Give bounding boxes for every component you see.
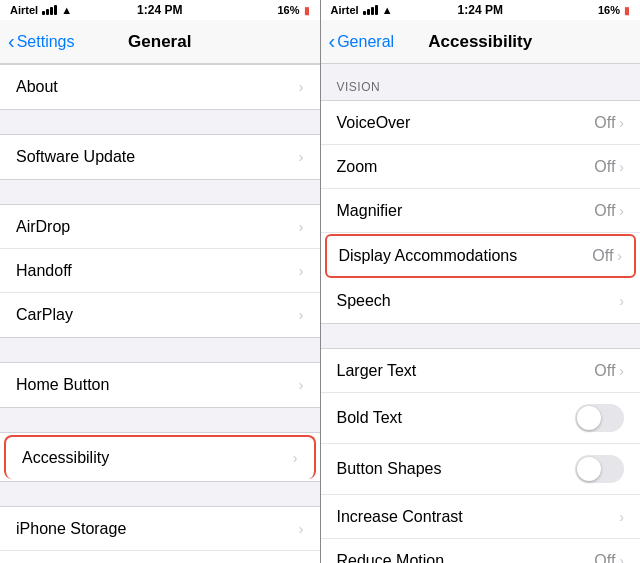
item-right-magnifier: Off › xyxy=(594,202,624,220)
time-right: 1:24 PM xyxy=(458,3,503,17)
item-right-about: › xyxy=(299,79,304,95)
vision-header: VISION xyxy=(321,64,641,100)
item-right-reduce-motion: Off › xyxy=(594,552,624,564)
status-left-right: Airtel ▲ xyxy=(331,4,393,16)
toggle-button-shapes[interactable] xyxy=(575,455,624,483)
chevron-increase-contrast: › xyxy=(619,509,624,525)
battery-icon-right: ▮ xyxy=(624,5,630,16)
item-label-accessibility: Accessibility xyxy=(22,449,109,467)
signal-bars xyxy=(42,5,57,15)
group-airdrop: AirDrop › Handoff › CarPlay › xyxy=(0,204,320,338)
item-label-larger-text: Larger Text xyxy=(337,362,417,380)
item-right-airdrop: › xyxy=(299,219,304,235)
list-item-background-refresh[interactable]: Background App Refresh › xyxy=(0,551,320,563)
item-label-iphone-storage: iPhone Storage xyxy=(16,520,126,538)
chevron-handoff: › xyxy=(299,263,304,279)
signal-bar-r1 xyxy=(363,11,366,15)
item-right-larger-text: Off › xyxy=(594,362,624,380)
list-item-handoff[interactable]: Handoff › xyxy=(0,249,320,293)
list-item-zoom[interactable]: Zoom Off › xyxy=(321,145,641,189)
item-label-airdrop: AirDrop xyxy=(16,218,70,236)
list-item-magnifier[interactable]: Magnifier Off › xyxy=(321,189,641,233)
back-arrow-right: ‹ xyxy=(329,30,336,53)
list-item-bold-text[interactable]: Bold Text xyxy=(321,393,641,444)
spacer-1 xyxy=(0,110,320,134)
item-right-handoff: › xyxy=(299,263,304,279)
interaction-section: Larger Text Off › Bold Text Button xyxy=(321,348,641,563)
spacer-2 xyxy=(0,180,320,204)
item-right-home: › xyxy=(299,377,304,393)
spacer-3 xyxy=(0,338,320,362)
chevron-display: › xyxy=(617,248,622,264)
list-item-airdrop[interactable]: AirDrop › xyxy=(0,205,320,249)
page-title-left: General xyxy=(128,32,191,52)
list-item-display-accommodations[interactable]: Display Accommodations Off › xyxy=(325,234,637,278)
chevron-about: › xyxy=(299,79,304,95)
right-content: VISION VoiceOver Off › Zoom Off › xyxy=(321,64,641,563)
list-item-speech[interactable]: Speech › xyxy=(321,279,641,323)
interaction-group: Larger Text Off › Bold Text Button xyxy=(321,348,641,563)
signal-bar-r3 xyxy=(371,7,374,15)
nav-bar-right: ‹ General Accessibility xyxy=(321,20,641,64)
item-value-larger-text: Off xyxy=(594,362,615,380)
list-item-carplay[interactable]: CarPlay › xyxy=(0,293,320,337)
item-label-voiceover: VoiceOver xyxy=(337,114,411,132)
item-label-handoff: Handoff xyxy=(16,262,72,280)
page-title-right: Accessibility xyxy=(428,32,532,52)
item-label-carplay: CarPlay xyxy=(16,306,73,324)
wifi-icon-right: ▲ xyxy=(382,4,393,16)
chevron-reduce-motion: › xyxy=(619,553,624,564)
list-item-increase-contrast[interactable]: Increase Contrast › xyxy=(321,495,641,539)
item-right-bold-text xyxy=(575,404,624,432)
item-value-zoom: Off xyxy=(594,158,615,176)
toggle-knob-bold xyxy=(577,406,601,430)
item-right-speech: › xyxy=(619,293,624,309)
item-label-software-update: Software Update xyxy=(16,148,135,166)
item-right-zoom: Off › xyxy=(594,158,624,176)
item-right-accessibility: › xyxy=(293,450,298,466)
item-right-software: › xyxy=(299,149,304,165)
signal-bar-3 xyxy=(50,7,53,15)
status-left: Airtel ▲ xyxy=(10,4,72,16)
list-item-about[interactable]: About › xyxy=(0,65,320,109)
list-item-larger-text[interactable]: Larger Text Off › xyxy=(321,349,641,393)
spacer-4 xyxy=(0,408,320,432)
vision-group: VoiceOver Off › Zoom Off › Magnifier xyxy=(321,100,641,324)
wifi-icon: ▲ xyxy=(61,4,72,16)
list-item-software-update[interactable]: Software Update › xyxy=(0,135,320,179)
item-label-about: About xyxy=(16,78,58,96)
signal-bar-1 xyxy=(42,11,45,15)
status-bar-right: Airtel ▲ 1:24 PM 16% ▮ xyxy=(321,0,641,20)
chevron-home: › xyxy=(299,377,304,393)
signal-bar-r4 xyxy=(375,5,378,15)
toggle-bold-text[interactable] xyxy=(575,404,624,432)
vision-section: VISION VoiceOver Off › Zoom Off › xyxy=(321,64,641,324)
list-item-reduce-motion[interactable]: Reduce Motion Off › xyxy=(321,539,641,563)
item-right-storage: › xyxy=(299,521,304,537)
list-item-home-button[interactable]: Home Button › xyxy=(0,363,320,407)
item-label-speech: Speech xyxy=(337,292,391,310)
chevron-voiceover: › xyxy=(619,115,624,131)
chevron-zoom: › xyxy=(619,159,624,175)
group-storage: iPhone Storage › Background App Refresh … xyxy=(0,506,320,563)
carrier-right: Airtel xyxy=(331,4,359,16)
signal-bars-right xyxy=(363,5,378,15)
list-item-button-shapes[interactable]: Button Shapes xyxy=(321,444,641,495)
back-label-right[interactable]: General xyxy=(337,33,394,51)
chevron-airdrop: › xyxy=(299,219,304,235)
back-button-right[interactable]: ‹ General xyxy=(329,30,395,53)
signal-bar-2 xyxy=(46,9,49,15)
item-right-carplay: › xyxy=(299,307,304,323)
spacer-right-1 xyxy=(321,324,641,348)
group-about: About › xyxy=(0,64,320,110)
item-label-home-button: Home Button xyxy=(16,376,109,394)
item-right-increase-contrast: › xyxy=(619,509,624,525)
left-screen: Airtel ▲ 1:24 PM 16% ▮ ‹ Settings Genera… xyxy=(0,0,320,563)
list-item-iphone-storage[interactable]: iPhone Storage › xyxy=(0,507,320,551)
item-value-reduce-motion: Off xyxy=(594,552,615,564)
item-label-bold-text: Bold Text xyxy=(337,409,403,427)
list-item-accessibility[interactable]: Accessibility › xyxy=(4,435,316,479)
back-button-left[interactable]: ‹ Settings xyxy=(8,30,74,53)
back-label-left[interactable]: Settings xyxy=(17,33,75,51)
list-item-voiceover[interactable]: VoiceOver Off › xyxy=(321,101,641,145)
